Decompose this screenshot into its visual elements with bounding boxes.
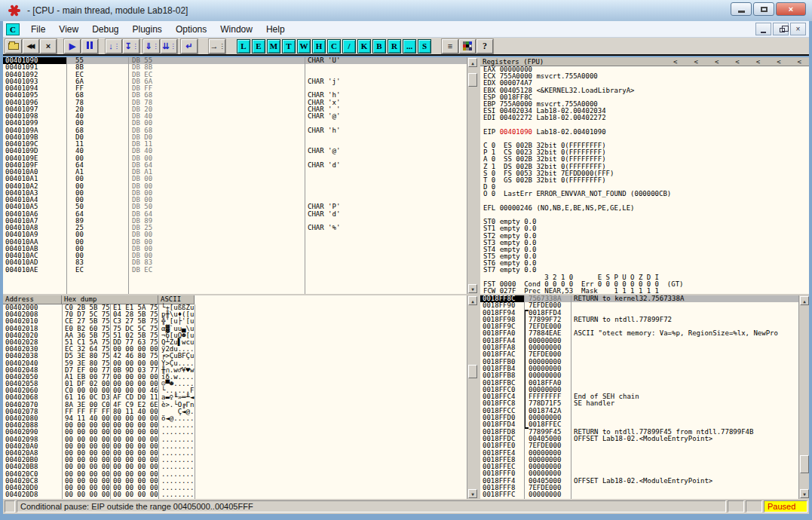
menu-item[interactable]: Window <box>213 23 259 36</box>
hex-dump-pane[interactable]: Address Hex dump ASCII 00402000 C0 2B 5B… <box>3 295 477 499</box>
menu-item[interactable]: File <box>24 23 52 36</box>
help-button[interactable]: ? <box>476 39 493 54</box>
disasm-row[interactable]: 004010A2 00 DB 00 <box>3 183 477 190</box>
windows-list-button[interactable]: ≡ <box>442 39 458 54</box>
register-line[interactable]: T 0 GS 002B 32bit 0(FFFFFFFF) <box>480 177 809 184</box>
disasm-row[interactable]: 004010A5 50 DB 50 CHAR 'P' <box>3 203 477 210</box>
disasm-row[interactable]: 00401094 FF DB FF <box>3 85 477 92</box>
go-to-address-button[interactable]: →⋮ <box>209 39 225 54</box>
disasm-row[interactable]: 004010A0 A1 DB A1 <box>3 169 477 176</box>
panel-letter-button[interactable]: / <box>342 39 356 54</box>
panel-letter-button[interactable]: ... <box>403 39 416 54</box>
dump-scrollbar[interactable]: ▲ ▼ <box>467 295 477 499</box>
collapse-icon[interactable]: < <box>715 57 719 66</box>
disasm-row[interactable]: 004010AA 00 DB 00 <box>3 239 477 246</box>
collapse-icon[interactable]: < <box>756 57 760 66</box>
disasm-row[interactable]: 0040109C 11 DB 11 <box>3 141 477 148</box>
panel-letter-button[interactable]: B <box>372 39 386 54</box>
panel-letter-button[interactable]: H <box>312 39 326 54</box>
scroll-thumb[interactable] <box>468 73 477 87</box>
disasm-row[interactable]: 0040109B D0 DB D0 <box>3 134 477 141</box>
scroll-thumb[interactable] <box>800 455 809 473</box>
disasm-row[interactable]: 004010A4 00 DB 00 <box>3 197 477 203</box>
disassembly-pane[interactable]: 00401090 55 DB 55 CHAR 'U' 00401091 8B D… <box>3 57 477 294</box>
scroll-down-icon[interactable]: ▼ <box>800 489 809 498</box>
scroll-up-icon[interactable]: ▲ <box>468 296 477 305</box>
step-into-button[interactable]: ↓⋮ <box>106 39 122 54</box>
panel-letter-button[interactable]: K <box>357 39 371 54</box>
restart-button[interactable]: ◀◀ <box>23 39 39 54</box>
step-over-button[interactable]: ↧⋮ <box>123 39 139 54</box>
mdi-restore-button[interactable] <box>773 23 789 35</box>
appearance-button[interactable] <box>459 39 476 54</box>
mdi-close-button[interactable]: × <box>790 23 806 35</box>
register-line[interactable]: O 0 LastErr ERROR_ENVVAR_NOT_FOUND (0000… <box>480 191 809 197</box>
run-button[interactable]: ▶ <box>64 39 81 54</box>
scroll-thumb[interactable] <box>468 365 477 378</box>
disasm-row[interactable]: 00401098 40 DB 40 CHAR '@' <box>3 113 477 120</box>
menu-item[interactable]: Plugins <box>126 23 169 36</box>
panel-letter-button[interactable]: C <box>327 39 341 54</box>
menu-item[interactable]: Options <box>169 23 213 36</box>
scroll-down-icon[interactable]: ▼ <box>468 489 477 498</box>
collapse-icon[interactable]: < <box>798 57 801 66</box>
disasm-row[interactable]: 00401097 20 DB 20 CHAR ' ' <box>3 106 477 113</box>
animate-into-button[interactable]: ⇓⋮ <box>143 39 160 54</box>
disasm-row[interactable]: 004010AB 00 DB 00 <box>3 246 477 252</box>
restore-button[interactable] <box>753 2 774 16</box>
open-file-button[interactable] <box>5 39 22 54</box>
disasm-row[interactable]: 00401099 00 DB 00 <box>3 120 477 127</box>
stack-scrollbar[interactable]: ▲ ▼ <box>798 295 809 499</box>
disasm-row[interactable]: 00401093 6A DB 6A CHAR 'j' <box>3 78 477 85</box>
panel-letter-button[interactable]: L <box>237 39 250 54</box>
register-line[interactable]: EIP 00401090 Lab18-02.00401090 <box>480 129 809 136</box>
disasm-row[interactable]: 0040109E 00 DB 00 <box>3 155 477 162</box>
scroll-up-icon[interactable]: ▲ <box>800 296 809 305</box>
pause-button[interactable] <box>81 39 98 54</box>
disasm-row[interactable]: 004010A6 64 DB 64 CHAR 'd' <box>3 211 477 218</box>
disasm-row[interactable]: 00401092 EC DB EC <box>3 72 477 78</box>
panel-letter-button[interactable]: E <box>252 39 265 54</box>
disasm-row[interactable]: 004010AC 00 DB 00 <box>3 252 477 259</box>
cpu-window-icon[interactable]: C <box>6 23 20 35</box>
disasm-row[interactable]: 00401095 68 DB 68 CHAR 'h' <box>3 92 477 99</box>
disasm-row[interactable]: 004010A7 89 DB 89 <box>3 218 477 225</box>
panel-letter-button[interactable]: R <box>388 39 401 54</box>
stack-row[interactable]: 0018FFFC 00000000 <box>480 491 809 498</box>
panel-letter-button[interactable]: M <box>267 39 280 54</box>
execute-till-return-button[interactable]: ↵ <box>181 39 198 54</box>
register-line[interactable]: FCW 027F Prec NEAR,53 Mask 1 1 1 1 1 1 <box>480 288 809 294</box>
close-button[interactable]: × <box>776 2 806 16</box>
disasm-row[interactable]: 004010A1 00 DB 00 <box>3 176 477 182</box>
registers-pane[interactable]: Registers (FPU) <<<<<<< EAX 00000000 ECX… <box>480 57 809 294</box>
minimize-button[interactable] <box>731 2 752 16</box>
collapse-icon[interactable]: < <box>735 57 739 66</box>
collapse-icon[interactable]: < <box>694 57 697 66</box>
collapse-icon[interactable]: < <box>673 57 677 66</box>
disasm-row[interactable]: 00401091 8B DB 8B <box>3 64 477 71</box>
menu-item[interactable]: Help <box>259 23 292 36</box>
close-program-button[interactable]: × <box>40 39 57 54</box>
stack-pane[interactable]: 0018FF8C 7567338A RETURN to kernel32.756… <box>480 295 809 499</box>
menu-item[interactable]: View <box>52 23 85 36</box>
disasm-row[interactable]: 0040109A 68 DB 68 CHAR 'h' <box>3 127 477 134</box>
animate-over-button[interactable]: ⇊⋮ <box>161 39 177 54</box>
disasm-row[interactable]: 00401096 78 DB 78 CHAR 'x' <box>3 99 477 106</box>
disasm-row[interactable]: 004010AE EC DB EC <box>3 267 477 274</box>
disasm-row[interactable]: 004010AD 83 DB 83 <box>3 259 477 266</box>
panel-letter-button[interactable]: T <box>282 39 296 54</box>
dump-row[interactable]: 004020D8 00 00 00 00 00 00 00 00 .......… <box>3 491 477 498</box>
panel-letter-button[interactable]: W <box>297 39 311 54</box>
mdi-minimize-button[interactable] <box>755 23 771 35</box>
disasm-row[interactable]: 004010A8 25 DB 25 CHAR '%' <box>3 225 477 231</box>
register-line[interactable]: EDI 00402272 Lab18-02.00402272 <box>480 115 809 121</box>
disasm-row[interactable]: 004010A9 00 DB 00 <box>3 231 477 238</box>
disasm-row[interactable]: 00401090 55 DB 55 CHAR 'U' <box>3 57 477 64</box>
disasm-row[interactable]: 0040109F 64 DB 64 CHAR 'd' <box>3 162 477 169</box>
collapse-icon[interactable]: < <box>777 57 780 66</box>
disasm-row[interactable]: 0040109D 40 DB 40 CHAR '@' <box>3 148 477 154</box>
scroll-up-icon[interactable]: ▲ <box>468 58 477 67</box>
scroll-down-icon[interactable]: ▼ <box>468 284 477 293</box>
disasm-row[interactable]: 004010A3 00 DB 00 <box>3 190 477 197</box>
menu-item[interactable]: Debug <box>85 23 125 36</box>
